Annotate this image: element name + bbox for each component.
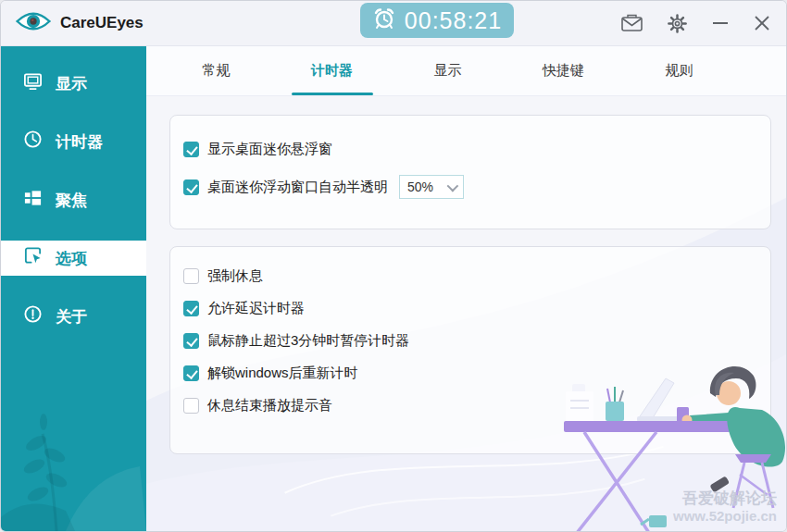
tab-general[interactable]: 常规 bbox=[158, 45, 274, 95]
gear-icon[interactable] bbox=[667, 13, 688, 34]
tab-label: 计时器 bbox=[311, 62, 353, 80]
app-title: CareUEyes bbox=[60, 14, 144, 32]
tab-rules[interactable]: 规则 bbox=[621, 45, 737, 95]
timer-behavior-panel: 强制休息 允许延迟计时器 鼠标静止超过3分钟时暂停计时器 解锁windows后重… bbox=[169, 246, 771, 454]
options-cursor-icon bbox=[23, 246, 43, 270]
alarm-clock-icon bbox=[372, 6, 396, 34]
forum-watermark: 吾爱破解论坛 www.52pojie.cn bbox=[673, 489, 777, 526]
opacity-dropdown-value: 50% bbox=[407, 179, 433, 194]
minimize-icon[interactable] bbox=[711, 14, 730, 32]
checkbox-auto-translucent[interactable] bbox=[183, 179, 199, 195]
checkbox-pause-on-idle[interactable] bbox=[183, 333, 199, 349]
checkbox-label: 解锁windows后重新计时 bbox=[207, 365, 358, 382]
tab-label: 规则 bbox=[666, 62, 693, 80]
sidebar-item-display[interactable]: 显示 bbox=[1, 66, 146, 101]
tab-display[interactable]: 显示 bbox=[390, 45, 506, 95]
floating-window-panel: 显示桌面迷你悬浮窗 桌面迷你浮动窗口自动半透明 50% bbox=[169, 115, 771, 229]
sidebar-item-timer[interactable]: 计时器 bbox=[1, 124, 146, 159]
timer-badge[interactable]: 00:58:21 bbox=[360, 3, 514, 38]
sidebar-item-about[interactable]: 关于 bbox=[1, 299, 146, 334]
close-icon[interactable] bbox=[753, 14, 771, 32]
sidebar-item-label: 选项 bbox=[56, 248, 87, 269]
sidebar-item-label: 显示 bbox=[56, 73, 87, 94]
tab-timer[interactable]: 计时器 bbox=[274, 45, 390, 95]
sidebar: 显示 计时器 聚焦 bbox=[1, 45, 146, 531]
setting-row-show-mini-window: 显示桌面迷你悬浮窗 bbox=[183, 141, 757, 158]
checkbox-label: 鼠标静止超过3分钟时暂停计时器 bbox=[207, 332, 409, 350]
clock-icon bbox=[23, 130, 43, 154]
settings-tabbar: 常规 计时器 显示 快捷键 规则 bbox=[146, 45, 786, 96]
watermark-line2: www.52pojie.cn bbox=[673, 508, 777, 526]
app-brand: CareUEyes bbox=[16, 1, 144, 45]
setting-row-restart-on-unlock: 解锁windows后重新计时 bbox=[183, 365, 757, 382]
checkbox-label: 休息结束播放提示音 bbox=[207, 397, 332, 414]
careueyes-window: CareUEyes 00:58:21 bbox=[0, 0, 787, 532]
chevron-down-icon bbox=[447, 179, 459, 192]
setting-row-allow-delay: 允许延迟计时器 bbox=[183, 300, 757, 317]
setting-row-break-end-sound: 休息结束播放提示音 bbox=[183, 397, 757, 414]
checkbox-show-mini-window[interactable] bbox=[183, 142, 199, 157]
eye-logo-icon bbox=[16, 9, 51, 37]
timer-value: 00:58:21 bbox=[405, 7, 502, 34]
checkbox-break-end-sound[interactable] bbox=[183, 398, 199, 414]
tab-label: 常规 bbox=[203, 62, 231, 80]
checkbox-label: 桌面迷你浮动窗口自动半透明 bbox=[207, 179, 388, 196]
mail-icon[interactable] bbox=[620, 13, 643, 33]
sidebar-item-label: 聚焦 bbox=[56, 190, 87, 211]
setting-row-force-break: 强制休息 bbox=[183, 267, 757, 285]
checkbox-label: 允许延迟计时器 bbox=[207, 300, 305, 317]
sidebar-leaf-decoration bbox=[1, 355, 146, 531]
titlebar-controls bbox=[620, 1, 771, 45]
setting-row-auto-translucent: 桌面迷你浮动窗口自动半透明 50% bbox=[183, 175, 757, 199]
sidebar-item-label: 计时器 bbox=[56, 131, 103, 153]
tab-label: 显示 bbox=[434, 62, 462, 80]
tab-label: 快捷键 bbox=[543, 62, 584, 80]
sidebar-item-options[interactable]: 选项 bbox=[1, 241, 146, 276]
watermark-line1: 吾爱破解论坛 bbox=[673, 489, 777, 508]
title-bar: CareUEyes 00:58:21 bbox=[1, 1, 786, 46]
focus-tiles-icon bbox=[23, 189, 43, 212]
checkbox-label: 显示桌面迷你悬浮窗 bbox=[207, 141, 332, 158]
monitor-icon bbox=[23, 72, 43, 95]
checkbox-restart-on-unlock[interactable] bbox=[183, 365, 199, 381]
checkbox-label: 强制休息 bbox=[207, 267, 263, 285]
tab-hotkeys[interactable]: 快捷键 bbox=[506, 45, 621, 95]
setting-row-pause-on-idle: 鼠标静止超过3分钟时暂停计时器 bbox=[183, 332, 757, 350]
sidebar-item-focus[interactable]: 聚焦 bbox=[1, 182, 146, 217]
checkbox-force-break[interactable] bbox=[183, 268, 199, 284]
opacity-dropdown[interactable]: 50% bbox=[399, 175, 464, 199]
sidebar-item-label: 关于 bbox=[56, 306, 87, 328]
checkbox-allow-delay[interactable] bbox=[183, 301, 199, 316]
about-icon bbox=[23, 304, 43, 328]
